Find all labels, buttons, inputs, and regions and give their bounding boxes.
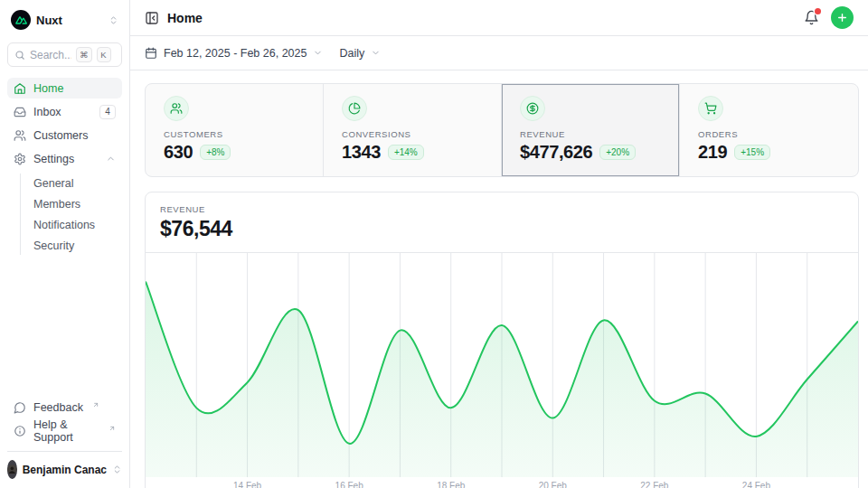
user-menu[interactable]: Benjamin Canac <box>7 451 122 479</box>
inbox-count-badge: 4 <box>99 105 116 119</box>
users-icon <box>164 96 189 121</box>
page-title: Home <box>167 11 203 25</box>
stat-label: CUSTOMERS <box>164 129 305 139</box>
sidebar: Nuxt ⌘ K Home Inbox 4 <box>0 0 130 488</box>
stat-delta-badge: +14% <box>388 145 424 160</box>
search-icon <box>14 50 25 61</box>
external-link-icon <box>92 401 99 408</box>
period-select[interactable]: Daily <box>339 47 381 60</box>
plus-icon <box>836 12 848 23</box>
cart-icon <box>698 96 723 121</box>
sidebar-item-settings[interactable]: Settings <box>7 148 122 169</box>
chevron-down-icon <box>371 48 381 58</box>
x-tick-label: 24 Feb <box>742 481 770 488</box>
stat-label: CONVERSIONS <box>342 129 483 139</box>
external-link-icon <box>108 425 116 432</box>
stats-panel: CUSTOMERS 630 +8% CONVERSIONS 1343 +14% <box>145 83 859 177</box>
date-range-picker[interactable]: Feb 12, 2025 - Feb 26, 2025 <box>145 47 323 60</box>
sidebar-item-customers[interactable]: Customers <box>7 125 122 145</box>
sidebar-nav: Home Inbox 4 Customers Settings Ge <box>7 78 122 255</box>
sidebar-item-notifications[interactable]: Notifications <box>30 215 122 234</box>
stat-delta-badge: +20% <box>599 145 636 160</box>
filters-toolbar: Feb 12, 2025 - Feb 26, 2025 Daily <box>130 36 868 70</box>
main-area: Home Feb 12, 2025 - Feb 26, 2025 Daily <box>130 0 868 488</box>
nuxt-logo-icon <box>11 10 31 30</box>
sidebar-item-label: Settings <box>33 153 74 165</box>
notification-dot <box>815 8 821 14</box>
sidebar-item-security[interactable]: Security <box>30 236 122 255</box>
revenue-chart-card: REVENUE $76,544 14 Feb16 Feb18 Feb20 Feb… <box>145 192 859 488</box>
user-name: Benjamin Canac <box>23 464 107 476</box>
inbox-icon <box>14 106 26 118</box>
x-tick-label: 22 Feb <box>640 481 668 488</box>
search-field[interactable] <box>30 49 71 61</box>
sidebar-item-members[interactable]: Members <box>30 194 122 213</box>
settings-submenu: General Members Notifications Security <box>20 174 122 255</box>
chart-label: REVENUE <box>160 204 844 214</box>
date-range-value: Feb 12, 2025 - Feb 26, 2025 <box>164 47 307 60</box>
stat-value: 219 <box>698 142 727 163</box>
stat-orders[interactable]: ORDERS 219 +15% <box>680 84 858 176</box>
sidebar-item-label: Help & Support <box>33 418 99 444</box>
home-icon <box>14 82 26 95</box>
calendar-icon <box>145 47 157 60</box>
sidebar-item-label: Customers <box>33 129 88 142</box>
stat-value: 630 <box>164 142 193 163</box>
chart-header: REVENUE $76,544 <box>146 192 858 253</box>
stat-value: $477,626 <box>520 142 592 163</box>
x-tick-label: 20 Feb <box>539 481 567 488</box>
chevron-up-icon <box>106 154 116 164</box>
content: CUSTOMERS 630 +8% CONVERSIONS 1343 +14% <box>130 70 868 488</box>
stat-label: ORDERS <box>698 129 840 139</box>
sidebar-item-general[interactable]: General <box>30 174 122 192</box>
period-value: Daily <box>339 47 364 60</box>
sidebar-item-home[interactable]: Home <box>7 78 122 99</box>
workspace-switcher[interactable]: Nuxt <box>7 9 122 31</box>
stat-delta-badge: +8% <box>200 145 231 160</box>
chart-value: $76,544 <box>160 217 844 241</box>
kbd-k: K <box>97 47 111 62</box>
chart-canvas <box>146 253 858 477</box>
stat-conversions[interactable]: CONVERSIONS 1343 +14% <box>324 84 502 176</box>
x-tick-label: 14 Feb <box>233 481 261 488</box>
x-tick-label: 16 Feb <box>335 481 363 488</box>
chevrons-up-down-icon <box>112 465 122 474</box>
stat-revenue[interactable]: REVENUE $477,626 +20% <box>502 84 680 176</box>
add-button[interactable] <box>831 6 854 29</box>
sidebar-item-label: Home <box>33 82 63 95</box>
top-header: Home <box>130 0 868 36</box>
x-tick-label: 18 Feb <box>437 481 465 488</box>
x-axis-labels: 14 Feb16 Feb18 Feb20 Feb22 Feb24 Feb <box>146 477 858 488</box>
info-circle-icon <box>14 425 26 437</box>
workspace-name: Nuxt <box>36 14 62 27</box>
notifications-button[interactable] <box>804 10 819 25</box>
pie-chart-icon <box>342 96 367 121</box>
sidebar-item-feedback[interactable]: Feedback <box>7 397 122 418</box>
users-icon <box>14 129 26 142</box>
stat-value: 1343 <box>342 142 381 163</box>
sidebar-item-label: Feedback <box>33 401 83 414</box>
stat-delta-badge: +15% <box>734 145 770 160</box>
sidebar-item-help-support[interactable]: Help & Support <box>7 420 122 441</box>
sidebar-footer: Feedback Help & Support Benjamin Canac <box>7 397 122 479</box>
panel-left-close-icon[interactable] <box>145 11 159 25</box>
stat-customers[interactable]: CUSTOMERS 630 +8% <box>146 84 324 176</box>
chevrons-up-down-icon <box>108 15 118 25</box>
gear-icon <box>14 153 26 165</box>
revenue-area-chart[interactable] <box>146 253 858 477</box>
dollar-circle-icon <box>520 96 545 121</box>
avatar <box>7 460 17 479</box>
sidebar-item-inbox[interactable]: Inbox 4 <box>7 101 122 122</box>
kbd-meta: ⌘ <box>76 47 92 62</box>
search-input[interactable]: ⌘ K <box>7 42 122 67</box>
sidebar-item-label: Inbox <box>33 106 61 118</box>
stat-label: REVENUE <box>520 129 661 139</box>
chat-bubble-icon <box>14 401 26 414</box>
chevron-down-icon <box>313 48 323 58</box>
